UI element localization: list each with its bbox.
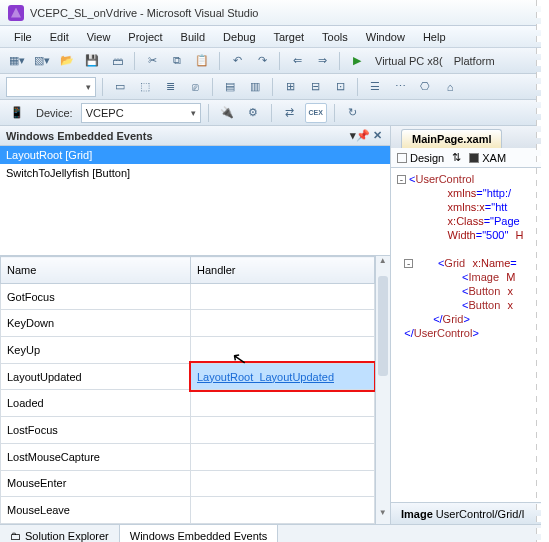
tb-icon[interactable]: ⎔ xyxy=(414,77,436,97)
platform-label[interactable]: Platform xyxy=(450,55,499,67)
menu-project[interactable]: Project xyxy=(120,29,170,45)
open-button[interactable]: 📂 xyxy=(56,51,78,71)
table-row[interactable]: GotFocus xyxy=(1,283,375,310)
table-row[interactable]: LayoutUpdatedLayoutRoot_LayoutUpdated xyxy=(1,363,375,390)
menu-view[interactable]: View xyxy=(79,29,119,45)
tab-embedded-events[interactable]: Windows Embedded Events xyxy=(120,525,279,542)
table-row[interactable]: KeyDown xyxy=(1,310,375,337)
table-row[interactable]: MouseEnter xyxy=(1,470,375,497)
separator xyxy=(219,52,220,70)
paste-button[interactable]: 📋 xyxy=(191,51,213,71)
nav-back-button[interactable]: ⇐ xyxy=(286,51,308,71)
cut-button[interactable]: ✂ xyxy=(141,51,163,71)
refresh-button[interactable]: ↻ xyxy=(342,103,364,123)
menu-help[interactable]: Help xyxy=(415,29,454,45)
tb-icon[interactable]: ▤ xyxy=(219,77,241,97)
close-icon[interactable]: ✕ xyxy=(370,129,384,142)
tb-icon[interactable]: ⊡ xyxy=(329,77,351,97)
table-row[interactable]: LostMouseCapture xyxy=(1,443,375,470)
tb-icon[interactable]: ⌂ xyxy=(439,77,461,97)
save-all-button[interactable]: 🗃 xyxy=(106,51,128,71)
events-pane: Windows Embedded Events ▾ 📌 ✕ LayoutRoot… xyxy=(0,126,391,524)
tb-icon[interactable]: ▭ xyxy=(109,77,131,97)
scroll-up-icon[interactable]: ▲ xyxy=(376,256,390,272)
table-row[interactable]: Loaded xyxy=(1,390,375,417)
xaml-view-button[interactable]: XAM xyxy=(469,152,506,164)
tb-icon[interactable]: ⋯ xyxy=(389,77,411,97)
separator xyxy=(339,52,340,70)
events-pane-title: Windows Embedded Events xyxy=(6,130,153,142)
add-item-button[interactable]: ▧▾ xyxy=(31,51,53,71)
separator xyxy=(271,104,272,122)
separator xyxy=(208,104,209,122)
collapse-icon[interactable]: - xyxy=(397,175,406,184)
tb-icon[interactable]: ☰ xyxy=(364,77,386,97)
col-name[interactable]: Name xyxy=(1,257,191,284)
element-item[interactable]: SwitchToJellyfish [Button] xyxy=(0,164,390,182)
menu-edit[interactable]: Edit xyxy=(42,29,77,45)
new-project-button[interactable]: ▦▾ xyxy=(6,51,28,71)
tb-icon[interactable]: ⊟ xyxy=(304,77,326,97)
table-row[interactable]: LostFocus xyxy=(1,417,375,444)
col-handler[interactable]: Handler xyxy=(191,257,375,284)
menu-debug[interactable]: Debug xyxy=(215,29,263,45)
menu-build[interactable]: Build xyxy=(173,29,213,45)
cex-button[interactable]: CEX xyxy=(305,103,327,123)
tab-solution-explorer[interactable]: 🗀Solution Explorer xyxy=(0,525,120,542)
table-row[interactable]: MouseLeave xyxy=(1,497,375,524)
handler-link[interactable]: LayoutRoot_LayoutUpdated xyxy=(191,363,375,390)
device-icon[interactable]: 📱 xyxy=(6,103,28,123)
editor-tab[interactable]: MainPage.xaml xyxy=(401,129,502,148)
tb-icon[interactable]: ▥ xyxy=(244,77,266,97)
swap-panes-icon[interactable]: ⇅ xyxy=(452,151,461,164)
undo-button[interactable]: ↶ xyxy=(226,51,248,71)
device-toolbar: 📱 Device: VCEPC▾ 🔌 ⚙ ⇄ CEX ↻ xyxy=(0,100,549,126)
scroll-down-icon[interactable]: ▼ xyxy=(376,508,390,524)
target-combo[interactable]: Virtual PC x8( xyxy=(371,55,447,67)
device-combo[interactable]: VCEPC▾ xyxy=(81,103,201,123)
element-type: Image xyxy=(401,508,433,520)
transport-button[interactable]: ⇄ xyxy=(279,103,301,123)
collapse-icon[interactable]: - xyxy=(404,259,413,268)
config-combo[interactable]: ▾ xyxy=(6,77,96,97)
nav-fwd-button[interactable]: ⇒ xyxy=(311,51,333,71)
title-bar: VCEPC_SL_onVdrive - Microsoft Visual Stu… xyxy=(0,0,549,26)
app-icon xyxy=(8,5,24,21)
connect-button[interactable]: 🔌 xyxy=(216,103,238,123)
separator xyxy=(102,78,103,96)
scroll-thumb[interactable] xyxy=(378,276,388,376)
vertical-scrollbar[interactable]: ▲ ▼ xyxy=(375,256,390,524)
table-row[interactable]: KeyUp xyxy=(1,337,375,364)
bottom-tabstrip: 🗀Solution Explorer Windows Embedded Even… xyxy=(0,524,549,542)
design-view-button[interactable]: Design xyxy=(397,152,444,164)
xaml-editor[interactable]: -<UserControl xmlns="http:/ xmlns:x="htt… xyxy=(391,168,549,502)
separator xyxy=(212,78,213,96)
tb-icon[interactable]: ⬚ xyxy=(134,77,156,97)
xaml-icon xyxy=(469,153,479,163)
redo-button[interactable]: ↷ xyxy=(251,51,273,71)
editor-statusbar: Image UserControl/Grid/I xyxy=(391,502,549,524)
menu-bar: File Edit View Project Build Debug Targe… xyxy=(0,26,549,48)
design-xaml-bar: Design ⇅ XAM xyxy=(391,148,549,168)
element-list[interactable]: LayoutRoot [Grid] SwitchToJellyfish [But… xyxy=(0,146,390,256)
menu-window[interactable]: Window xyxy=(358,29,413,45)
element-item-selected[interactable]: LayoutRoot [Grid] xyxy=(0,146,390,164)
tb-icon[interactable]: ⎚ xyxy=(184,77,206,97)
tb-icon[interactable]: ⊞ xyxy=(279,77,301,97)
device-props-button[interactable]: ⚙ xyxy=(242,103,264,123)
design-icon xyxy=(397,153,407,163)
separator xyxy=(334,104,335,122)
events-grid[interactable]: Name Handler GotFocus KeyDown KeyUp Layo… xyxy=(0,256,375,524)
separator xyxy=(134,52,135,70)
copy-button[interactable]: ⧉ xyxy=(166,51,188,71)
start-debug-button[interactable]: ▶ xyxy=(346,51,368,71)
menu-target[interactable]: Target xyxy=(266,29,313,45)
folder-icon: 🗀 xyxy=(10,530,21,542)
separator xyxy=(279,52,280,70)
tb-icon[interactable]: ≣ xyxy=(159,77,181,97)
save-button[interactable]: 💾 xyxy=(81,51,103,71)
menu-file[interactable]: File xyxy=(6,29,40,45)
pin-icon[interactable]: 📌 xyxy=(356,129,370,142)
menu-tools[interactable]: Tools xyxy=(314,29,356,45)
window-title: VCEPC_SL_onVdrive - Microsoft Visual Stu… xyxy=(30,7,258,19)
